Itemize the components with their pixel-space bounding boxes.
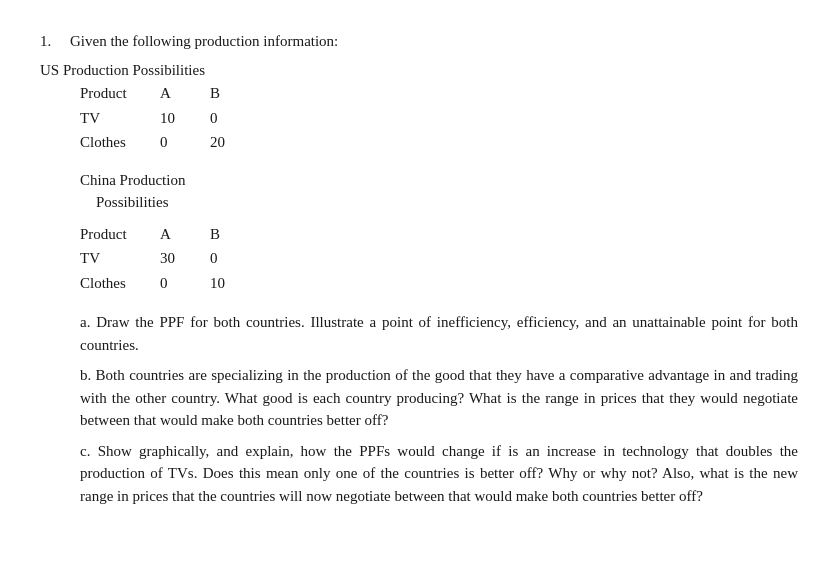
- china-row2-a: 0: [160, 271, 210, 296]
- us-header-b: B: [210, 81, 250, 106]
- china-table-section: Product A B TV 30 0 Clothes 0 10: [40, 222, 798, 296]
- table-row: TV 10 0: [80, 106, 250, 131]
- us-header-a: A: [160, 81, 210, 106]
- china-row1-product: TV: [80, 246, 160, 271]
- question-intro-text: Given the following production informati…: [70, 30, 338, 53]
- china-row1-b: 0: [210, 246, 250, 271]
- us-row1-a: 10: [160, 106, 210, 131]
- china-header-product: Product: [80, 222, 160, 247]
- us-row2-product: Clothes: [80, 130, 160, 155]
- china-header-a: A: [160, 222, 210, 247]
- table-row: Clothes 0 20: [80, 130, 250, 155]
- part-a-label: a.: [80, 314, 90, 330]
- us-table-section: Product A B TV 10 0 Clothes 0 20: [80, 81, 798, 155]
- us-row1-product: TV: [80, 106, 160, 131]
- us-header-product: Product: [80, 81, 160, 106]
- us-row1-b: 0: [210, 106, 250, 131]
- china-subtitle: Possibilities: [96, 191, 798, 214]
- table-row: TV 30 0: [80, 246, 250, 271]
- us-row2-b: 20: [210, 130, 250, 155]
- china-row2-b: 10: [210, 271, 250, 296]
- china-prod-table: Product A B TV 30 0 Clothes 0 10: [80, 222, 250, 296]
- question-intro: 1. Given the following production inform…: [40, 30, 798, 53]
- china-row1-a: 30: [160, 246, 210, 271]
- table-row: Clothes 0 10: [80, 271, 250, 296]
- part-b-text: Both countries are specializing in the p…: [80, 367, 798, 428]
- part-c-label: c.: [80, 443, 90, 459]
- china-row2-product: Clothes: [80, 271, 160, 296]
- us-prod-table: Product A B TV 10 0 Clothes 0 20: [80, 81, 250, 155]
- answers-section: a. Draw the PPF for both countries. Illu…: [80, 311, 798, 507]
- part-c: c. Show graphically, and explain, how th…: [80, 440, 798, 508]
- part-b-label: b.: [80, 367, 91, 383]
- part-a: a. Draw the PPF for both countries. Illu…: [80, 311, 798, 356]
- question-number: 1.: [40, 30, 70, 53]
- part-c-text: Show graphically, and explain, how the P…: [80, 443, 798, 504]
- china-title: China Production: [80, 169, 798, 192]
- question-block: 1. Given the following production inform…: [40, 30, 798, 507]
- part-a-text: Draw the PPF for both countries. Illustr…: [80, 314, 798, 353]
- part-b: b. Both countries are specializing in th…: [80, 364, 798, 432]
- table-row: Product A B: [80, 222, 250, 247]
- china-header-b: B: [210, 222, 250, 247]
- china-section: China Production Possibilities: [80, 169, 798, 214]
- table-row: Product A B: [80, 81, 250, 106]
- us-section-title: US Production Possibilities: [40, 59, 798, 82]
- us-row2-a: 0: [160, 130, 210, 155]
